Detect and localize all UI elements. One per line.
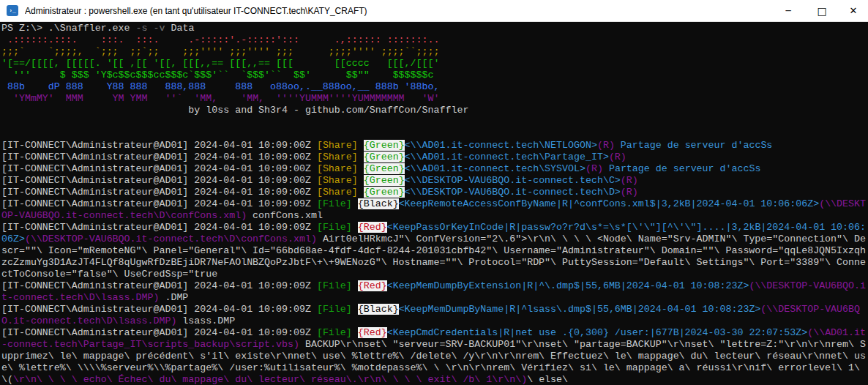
log-line: [IT-CONNECT\Administrateur@AD01] 2024-04… bbox=[1, 140, 868, 152]
triage-green-badge: {Green} bbox=[364, 187, 405, 198]
banner-line: ''' $ $$$ 'Y$c$$c$$$cc$$$c`$$$'`` `$$$'`… bbox=[1, 70, 868, 81]
title-bar: ›_ Administrateur : powershell.exe (en t… bbox=[0, 0, 868, 22]
terminal-text: [File] bbox=[317, 198, 358, 209]
powershell-icon: ›_ bbox=[7, 5, 18, 16]
terminal-text: (\\DESKTOP-VAU6BQO.it-connect.tech\D\con… bbox=[25, 233, 317, 244]
terminal-text: 2024-04-01 10:09:09Z bbox=[194, 327, 317, 338]
log-line: [IT-CONNECT\Administrateur@AD01] 2024-04… bbox=[1, 327, 868, 385]
terminal-text: 2024-04-01 10:09:09Z bbox=[194, 198, 317, 209]
terminal-text: 2024-04-01 10:09:09Z bbox=[194, 280, 317, 291]
terminal-text: lsass.DMP bbox=[176, 315, 235, 326]
terminal-text: <\\AD01.it-connect.tech\SYSVOL> bbox=[405, 163, 585, 174]
terminal-text: 2024-04-01 10:09:00Z bbox=[194, 175, 317, 186]
terminal-text: -s -v bbox=[136, 23, 171, 34]
terminal-text: [Share] bbox=[317, 163, 364, 174]
terminal-text: [IT-CONNECT\Administrateur@AD01] bbox=[1, 187, 194, 198]
terminal-text: <KeepRemoteAccessConfByName|R|^confCons.… bbox=[399, 198, 820, 209]
banner-line: 88b dP 888 Y88 888 888,888 888 o88oo,.__… bbox=[1, 81, 868, 93]
log-line: [IT-CONNECT\Administrateur@AD01] 2024-04… bbox=[1, 198, 868, 222]
terminal-text: 2024-04-01 10:09:00Z bbox=[194, 140, 317, 151]
terminal-text: [File] bbox=[317, 304, 358, 315]
banner-line: '[==/[[[[, [[[[[. '[[ ,[[ '[[, [[[,,== [… bbox=[1, 58, 868, 70]
banner-line: .::::::.:::. :::. :::. .-:::::'.-:::::':… bbox=[1, 34, 868, 46]
log-line: [IT-CONNECT\Administrateur@AD01] 2024-04… bbox=[1, 163, 868, 175]
terminal-text: [IT-CONNECT\Administrateur@AD01] bbox=[1, 140, 194, 151]
terminal-text: <KeepCmdCredentials|R|net use .{0,300} /… bbox=[387, 327, 808, 338]
close-button[interactable]: ✕ bbox=[839, 0, 868, 22]
terminal-text: by l0ss and Sh3r4 - github.com/SnaffCon/… bbox=[1, 105, 468, 116]
terminal-text: 88b dP 888 Y88 888 888,888 888 o88oo,.__… bbox=[1, 81, 439, 92]
terminal-text: \ else\ bbox=[527, 374, 568, 385]
terminal-text: [File] bbox=[317, 222, 358, 233]
triage-green-badge: {Green} bbox=[364, 175, 405, 186]
powershell-icon-glyph: ›_ bbox=[9, 8, 16, 14]
terminal-text: 2024-04-01 10:09:00Z bbox=[194, 163, 317, 174]
log-line: [IT-CONNECT\Administrateur@AD01] 2024-04… bbox=[1, 187, 868, 198]
terminal-text: 2024-04-01 10:09:00Z bbox=[194, 187, 317, 198]
triage-red-badge: {Red} bbox=[358, 280, 387, 291]
terminal-text: .\Snaffler.exe bbox=[48, 23, 136, 34]
terminal-text: <KeepMemDumpByExtension|R|^\.dmp$|55,6MB… bbox=[387, 280, 749, 291]
triage-black-badge: {Black} bbox=[358, 304, 399, 315]
banner-line: ;;;` `;;;;, `;;; ;;`;; ;;;'''' ;;;'''' ;… bbox=[1, 46, 868, 58]
terminal-text: (R) bbox=[609, 152, 626, 162]
terminal-text: \r\n\ \ \ \ echo\ Échec\ du\ mappage\ du… bbox=[13, 374, 527, 385]
log-line: [IT-CONNECT\Administrateur@AD01] 2024-04… bbox=[1, 175, 868, 187]
terminal-text: [IT-CONNECT\Administrateur@AD01] bbox=[1, 152, 194, 162]
terminal-text: [IT-CONNECT\Administrateur@AD01] bbox=[1, 198, 194, 209]
terminal-text: [IT-CONNECT\Administrateur@AD01] bbox=[1, 327, 194, 338]
blank-line bbox=[1, 128, 868, 140]
terminal-text: [Share] bbox=[317, 187, 364, 198]
terminal-text: Partage de serveur d'accSs bbox=[615, 140, 772, 151]
terminal-text: <\\DESKTOP-VAU6BQO.it-connect.tech\C> bbox=[405, 175, 621, 186]
terminal-text: [Share] bbox=[317, 175, 364, 186]
terminal-text: Data bbox=[171, 23, 194, 34]
terminal-text: (R) bbox=[597, 140, 615, 151]
terminal-text: [File] bbox=[317, 280, 358, 291]
terminal-text: (R) bbox=[585, 163, 603, 174]
terminal-text: 2024-04-01 10:09:09Z bbox=[194, 222, 317, 233]
terminal-text: <\\AD01.it-connect.tech\Partage_IT> bbox=[405, 152, 609, 162]
terminal-text: PS Z:\> bbox=[1, 23, 48, 34]
terminal-text: [Share] bbox=[317, 140, 364, 151]
banner-line: 'YMmMY' MMM YM YMM ''` 'MM, 'MM, ''''YUM… bbox=[1, 93, 868, 105]
log-line: [IT-CONNECT\Administrateur@AD01] 2024-04… bbox=[1, 280, 868, 304]
terminal-text: [IT-CONNECT\Administrateur@AD01] bbox=[1, 222, 194, 233]
terminal-text: Partage de serveur d'accSs bbox=[603, 163, 760, 174]
minimize-button[interactable]: ─ bbox=[771, 0, 805, 22]
terminal-text: 'YMmMY' MMM YM YMM ''` 'MM, 'MM, ''''YUM… bbox=[1, 93, 439, 104]
terminal-text: [Share] bbox=[317, 152, 364, 162]
window-title: Administrateur : powershell.exe (en tant… bbox=[25, 6, 771, 16]
terminal-text: [IT-CONNECT\Administrateur@AD01] bbox=[1, 304, 194, 315]
powershell-window: ›_ Administrateur : powershell.exe (en t… bbox=[0, 0, 868, 385]
terminal-text: '[==/[[[[, [[[[[. '[[ ,[[ '[[, [[[,,== [… bbox=[1, 58, 439, 69]
terminal-text: .::::::.:::. :::. :::. .-:::::'.-:::::':… bbox=[1, 34, 439, 45]
triage-black-badge: {Black} bbox=[358, 198, 399, 209]
triage-green-badge: {Green} bbox=[364, 140, 405, 151]
terminal-text: 2024-04-01 10:09:09Z bbox=[194, 304, 317, 315]
terminal-text: ;;;` `;;;;, `;;; ;;`;; ;;;'''' ;;;'''' ;… bbox=[1, 46, 439, 57]
terminal-body[interactable]: PS Z:\> .\Snaffler.exe -s -v Data .:::::… bbox=[0, 22, 868, 385]
terminal-text: <\\AD01.it-connect.tech\NETLOGON> bbox=[405, 140, 597, 151]
triage-red-badge: {Red} bbox=[358, 222, 387, 233]
terminal-text: confCons.xml bbox=[247, 210, 323, 221]
log-line: [IT-CONNECT\Administrateur@AD01] 2024-04… bbox=[1, 152, 868, 163]
blank-line bbox=[1, 116, 868, 128]
terminal-text: [IT-CONNECT\Administrateur@AD01] bbox=[1, 280, 194, 291]
terminal-text: (R) bbox=[621, 187, 638, 198]
triage-green-badge: {Green} bbox=[364, 163, 405, 174]
prompt-line: PS Z:\> .\Snaffler.exe -s -v Data bbox=[1, 23, 868, 34]
log-line: [IT-CONNECT\Administrateur@AD01] 2024-04… bbox=[1, 304, 868, 327]
terminal-text: <\\DESKTOP-VAU6BQO.it-connect.tech\D> bbox=[405, 187, 621, 198]
terminal-text: (R) bbox=[621, 175, 638, 186]
terminal-text: [IT-CONNECT\Administrateur@AD01] bbox=[1, 175, 194, 186]
triage-green-badge: {Green} bbox=[364, 152, 405, 162]
terminal-text: [IT-CONNECT\Administrateur@AD01] bbox=[1, 163, 194, 174]
banner-line: by l0ss and Sh3r4 - github.com/SnaffCon/… bbox=[1, 105, 868, 116]
window-controls: ─ □ ✕ bbox=[771, 0, 868, 22]
terminal-text: ''' $ $$$ 'Y$c$$c$$$cc$$$c`$$$'`` `$$$'`… bbox=[1, 70, 434, 81]
terminal-text: .DMP bbox=[159, 292, 188, 303]
log-line: [IT-CONNECT\Administrateur@AD01] 2024-04… bbox=[1, 222, 868, 280]
maximize-button[interactable]: □ bbox=[805, 0, 839, 22]
triage-red-badge: {Red} bbox=[358, 327, 387, 338]
